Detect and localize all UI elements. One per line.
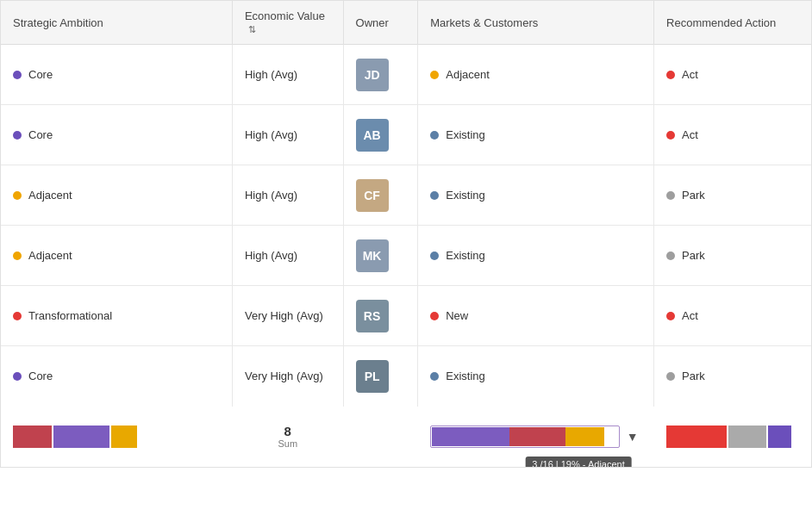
cell-owner-2: CF bbox=[343, 165, 418, 226]
action-bar-3 bbox=[768, 426, 790, 448]
markets-label: Existing bbox=[430, 370, 641, 382]
markets-label: Existing bbox=[430, 128, 641, 141]
cell-markets-3: Existing bbox=[418, 226, 654, 286]
cell-owner-0: JD bbox=[343, 45, 418, 105]
cell-economic-2: High (Avg) bbox=[232, 165, 343, 226]
cell-owner-5: PL bbox=[343, 346, 418, 407]
markets-bar-2 bbox=[509, 427, 565, 446]
avatar-2: CF bbox=[356, 179, 389, 212]
header-economic[interactable]: Economic Value ⇅ bbox=[232, 1, 343, 45]
cell-economic-1: High (Avg) bbox=[232, 105, 343, 165]
cell-ambition-5: Core bbox=[1, 346, 232, 407]
cell-action-5: Park bbox=[654, 346, 811, 407]
footer-ambition-cell bbox=[1, 407, 232, 467]
footer-action-cell bbox=[654, 407, 811, 467]
ambition-text: Transformational bbox=[28, 309, 112, 322]
markets-text: New bbox=[446, 309, 468, 322]
markets-dot bbox=[430, 191, 439, 200]
table-row: Core Very High (Avg) PL Existing Park bbox=[1, 346, 811, 407]
cell-economic-5: Very High (Avg) bbox=[232, 346, 343, 407]
markets-dot bbox=[430, 252, 439, 260]
ambition-text: Adjacent bbox=[28, 189, 72, 202]
sort-icon[interactable]: ⇅ bbox=[248, 24, 256, 34]
action-label: Park bbox=[666, 249, 799, 262]
cell-action-4: Act bbox=[654, 286, 811, 346]
cell-ambition-1: Core bbox=[1, 105, 232, 165]
economic-value: High (Avg) bbox=[245, 128, 297, 141]
action-text: Park bbox=[682, 249, 705, 262]
markets-label: New bbox=[430, 309, 641, 322]
table-header-row: Strategic Ambition Economic Value ⇅ Owne… bbox=[1, 1, 811, 45]
markets-label: Adjacent bbox=[430, 68, 641, 81]
cell-ambition-0: Core bbox=[1, 45, 232, 105]
cell-owner-4: RS bbox=[343, 286, 418, 346]
sum-label: Sum bbox=[244, 438, 331, 449]
cell-owner-1: AB bbox=[343, 105, 418, 165]
ambition-label: Adjacent bbox=[13, 189, 220, 202]
table-row: Adjacent High (Avg) MK Existing Park bbox=[1, 226, 811, 286]
action-label: Act bbox=[666, 309, 799, 322]
action-label: Park bbox=[666, 189, 799, 202]
action-label: Act bbox=[666, 68, 799, 81]
avatar-1: AB bbox=[356, 119, 389, 152]
action-dot bbox=[666, 252, 675, 260]
sum-number: 8 bbox=[244, 424, 331, 438]
cell-action-2: Park bbox=[654, 165, 811, 226]
table-row: Core High (Avg) JD Adjacent Act bbox=[1, 45, 811, 105]
footer-markets-cell: ▼ 3 /16 | 19% - Adjacent bbox=[418, 407, 654, 467]
header-ambition: Strategic Ambition bbox=[1, 1, 232, 45]
cell-economic-3: High (Avg) bbox=[232, 226, 343, 286]
markets-text: Adjacent bbox=[446, 68, 490, 81]
cell-ambition-3: Adjacent bbox=[1, 226, 232, 286]
markets-dot bbox=[430, 131, 439, 140]
ambition-text: Core bbox=[28, 68, 53, 81]
cell-ambition-2: Adjacent bbox=[1, 165, 232, 226]
table-row: Adjacent High (Avg) CF Existing Park bbox=[1, 165, 811, 226]
footer-owner-cell bbox=[343, 407, 418, 467]
action-label: Park bbox=[666, 370, 799, 382]
avatar-3: MK bbox=[356, 239, 389, 272]
cell-markets-5: Existing bbox=[418, 346, 654, 407]
markets-dot bbox=[430, 312, 439, 320]
ambition-label: Core bbox=[13, 370, 220, 382]
economic-value: Very High (Avg) bbox=[245, 309, 323, 322]
action-text: Park bbox=[682, 370, 705, 382]
markets-dot bbox=[430, 71, 439, 79]
markets-label: Existing bbox=[430, 189, 641, 202]
action-text: Act bbox=[682, 68, 698, 81]
action-bar-2 bbox=[728, 426, 766, 448]
ambition-label: Transformational bbox=[13, 309, 220, 322]
cell-action-1: Act bbox=[654, 105, 811, 165]
ambition-label: Core bbox=[13, 128, 220, 141]
markets-dot bbox=[430, 372, 439, 381]
action-label: Act bbox=[666, 128, 799, 141]
action-dot bbox=[666, 372, 675, 381]
ambition-dot bbox=[13, 312, 22, 320]
table-row: Transformational Very High (Avg) RS New … bbox=[1, 286, 811, 346]
ambition-text: Adjacent bbox=[28, 249, 72, 262]
strategy-table: Strategic Ambition Economic Value ⇅ Owne… bbox=[1, 1, 811, 467]
ambition-text: Core bbox=[28, 128, 53, 141]
footer-row: 8 Sum ▼ 3 /16 | 19% - Adjacent bbox=[1, 407, 811, 467]
avatar-5: PL bbox=[356, 360, 389, 393]
ambition-label: Core bbox=[13, 68, 220, 81]
ambition-bar-2 bbox=[53, 426, 109, 448]
cell-ambition-4: Transformational bbox=[1, 286, 232, 346]
economic-value: High (Avg) bbox=[245, 68, 297, 81]
action-dot bbox=[666, 312, 675, 320]
footer-economic-cell: 8 Sum bbox=[232, 407, 343, 467]
action-bar-1 bbox=[666, 426, 728, 448]
ambition-bar-1 bbox=[13, 426, 52, 448]
markets-text: Existing bbox=[446, 128, 485, 141]
markets-dropdown-button[interactable]: ▼ bbox=[623, 430, 642, 444]
economic-value: High (Avg) bbox=[245, 189, 297, 202]
ambition-label: Adjacent bbox=[13, 249, 220, 262]
ambition-bar-3 bbox=[111, 426, 137, 448]
cell-markets-0: Adjacent bbox=[418, 45, 654, 105]
ambition-dot bbox=[13, 131, 22, 140]
action-text: Act bbox=[682, 128, 698, 141]
markets-text: Existing bbox=[446, 189, 485, 202]
cell-economic-4: Very High (Avg) bbox=[232, 286, 343, 346]
ambition-dot bbox=[13, 372, 22, 381]
action-dot bbox=[666, 71, 675, 79]
